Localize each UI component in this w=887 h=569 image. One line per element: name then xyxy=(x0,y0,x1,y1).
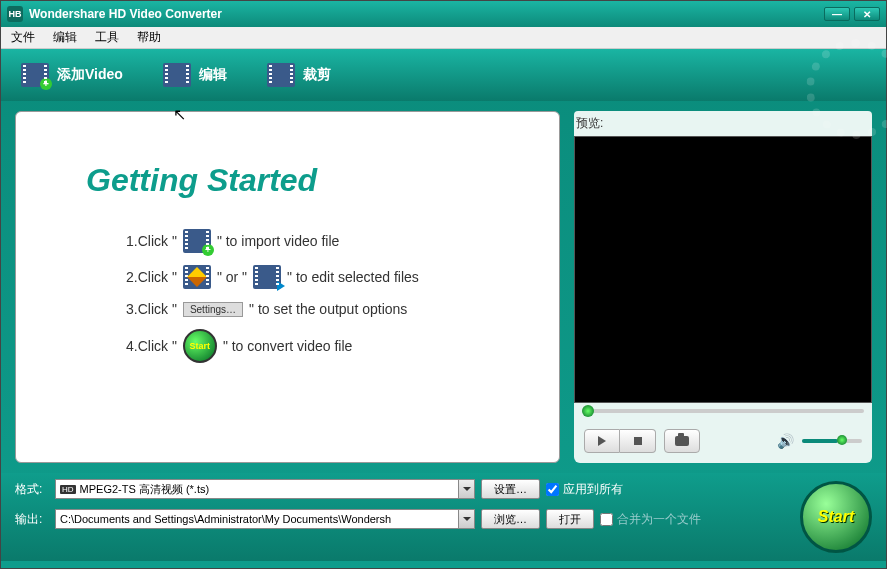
edit-pencil-icon xyxy=(183,265,211,289)
merge-checkbox[interactable] xyxy=(600,513,613,526)
output-label: 输出: xyxy=(15,511,49,528)
step-4: 4.Click " Start " to convert video file xyxy=(126,329,519,363)
crop-icon xyxy=(267,63,295,87)
playback-controls: 🔊 xyxy=(574,419,872,463)
edit-label: 编辑 xyxy=(199,66,227,84)
getting-started-panel: Getting Started 1.Click " + " to import … xyxy=(15,111,560,463)
import-icon: + xyxy=(183,229,211,253)
preview-video-area xyxy=(574,136,872,403)
chevron-down-icon[interactable] xyxy=(458,510,474,528)
seek-bar[interactable] xyxy=(574,403,872,419)
minimize-button[interactable]: — xyxy=(824,7,850,21)
add-video-button[interactable]: + 添加Video xyxy=(21,63,123,87)
menu-tools[interactable]: 工具 xyxy=(91,27,123,48)
format-select[interactable]: HD MPEG2-TS 高清视频 (*.ts) xyxy=(55,479,475,499)
close-button[interactable]: ✕ xyxy=(854,7,880,21)
seek-thumb-icon[interactable] xyxy=(582,405,594,417)
crop-label: 裁剪 xyxy=(303,66,331,84)
apply-all-checkbox[interactable] xyxy=(546,483,559,496)
apply-all-label: 应用到所有 xyxy=(563,481,623,498)
open-button[interactable]: 打开 xyxy=(546,509,594,529)
browse-button[interactable]: 浏览… xyxy=(481,509,540,529)
output-value: C:\Documents and Settings\Administrator\… xyxy=(60,513,391,525)
step-1: 1.Click " + " to import video file xyxy=(126,229,519,253)
volume-thumb-icon[interactable] xyxy=(837,435,847,445)
play-icon xyxy=(598,436,606,446)
output-select[interactable]: C:\Documents and Settings\Administrator\… xyxy=(55,509,475,529)
chevron-down-icon[interactable] xyxy=(458,480,474,498)
getting-started-title: Getting Started xyxy=(86,162,519,199)
menu-edit[interactable]: 编辑 xyxy=(49,27,81,48)
toolbar: + 添加Video 编辑 裁剪 xyxy=(1,49,886,101)
app-logo-icon: HB xyxy=(7,6,23,22)
add-video-label: 添加Video xyxy=(57,66,123,84)
format-label: 格式: xyxy=(15,481,49,498)
play-button[interactable] xyxy=(584,429,620,453)
window-title: Wondershare HD Video Converter xyxy=(29,7,820,21)
snapshot-button[interactable] xyxy=(664,429,700,453)
hd-badge-icon: HD xyxy=(60,485,76,494)
merge-label: 合并为一个文件 xyxy=(617,511,701,528)
start-button[interactable]: Start xyxy=(800,481,872,553)
menubar: 文件 编辑 工具 帮助 xyxy=(1,27,886,49)
step-2: 2.Click " " or " " to edit selected file… xyxy=(126,265,519,289)
camera-icon xyxy=(675,436,689,446)
format-value: MPEG2-TS 高清视频 (*.ts) xyxy=(80,482,210,497)
crop-button[interactable]: 裁剪 xyxy=(267,63,331,87)
merge-row[interactable]: 合并为一个文件 xyxy=(600,511,701,528)
start-example-icon: Start xyxy=(183,329,217,363)
edit-arrow-icon xyxy=(253,265,281,289)
edit-button[interactable]: 编辑 xyxy=(163,63,227,87)
settings-button[interactable]: 设置… xyxy=(481,479,540,499)
edit-icon xyxy=(163,63,191,87)
settings-example-button: Settings… xyxy=(183,302,243,317)
apply-all-row[interactable]: 应用到所有 xyxy=(546,481,623,498)
titlebar: HB Wondershare HD Video Converter — ✕ xyxy=(1,1,886,27)
stop-icon xyxy=(634,437,642,445)
menu-help[interactable]: 帮助 xyxy=(133,27,165,48)
volume-icon[interactable]: 🔊 xyxy=(777,433,794,449)
menu-file[interactable]: 文件 xyxy=(7,27,39,48)
volume-slider[interactable] xyxy=(802,439,862,443)
step-3: 3.Click " Settings… " to set the output … xyxy=(126,301,519,317)
add-video-icon: + xyxy=(21,63,49,87)
stop-button[interactable] xyxy=(620,429,656,453)
